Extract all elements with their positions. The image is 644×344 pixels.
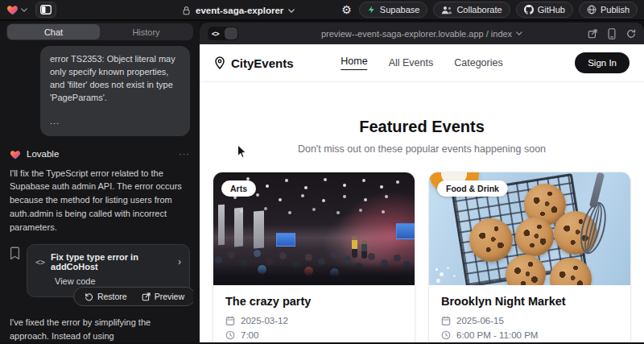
banner-decor bbox=[218, 205, 225, 246]
whisk-handle-decor bbox=[589, 172, 605, 208]
preview-toolbar: <> preview--event-saga-explorer.lovable.… bbox=[200, 23, 644, 44]
preview-button[interactable]: Preview bbox=[134, 290, 192, 303]
event-card[interactable]: Food & Drink bbox=[428, 172, 631, 342]
code-icon: <> bbox=[35, 258, 45, 267]
paragraph-text: I've fixed the error by simplifying the … bbox=[10, 317, 151, 341]
floor-shadow-decor bbox=[213, 263, 415, 285]
collaborate-label: Collaborate bbox=[456, 5, 502, 15]
collaborate-button[interactable]: Collaborate bbox=[433, 2, 510, 18]
category-badge: Arts bbox=[221, 180, 256, 197]
site-header: CityEvents Home All Events Categories Si… bbox=[200, 44, 644, 82]
clock-icon bbox=[441, 330, 451, 340]
calendar-icon bbox=[225, 316, 235, 325]
event-image-venue: Arts bbox=[213, 172, 415, 285]
banner-decor bbox=[234, 208, 243, 247]
code-edit-card[interactable]: <> Fix type type error in addCoHost › Vi… bbox=[27, 244, 190, 297]
preview-url-selector[interactable]: preview--event-saga-explorer.lovable.app… bbox=[321, 29, 522, 39]
lock-icon bbox=[182, 6, 191, 15]
open-external-icon[interactable] bbox=[588, 29, 597, 39]
github-label: GitHub bbox=[538, 5, 565, 15]
globe-icon bbox=[587, 5, 597, 15]
github-button[interactable]: GitHub bbox=[516, 2, 573, 18]
nav-all-events[interactable]: All Events bbox=[389, 57, 434, 68]
brand-name: CityEvents bbox=[231, 56, 294, 70]
user-message-bubble: error TS2353: Object literal may only sp… bbox=[40, 46, 190, 136]
top-bar: event-saga-explorer ⚙ Supabase Collabora… bbox=[0, 0, 644, 21]
assistant-paragraph: I'll fix the TypeScript error related to… bbox=[10, 167, 190, 234]
settings-gear-button[interactable]: ⚙ bbox=[340, 4, 353, 15]
calendar-icon bbox=[441, 316, 451, 325]
chat-sidebar: Chat History error TS2353: Object litera… bbox=[0, 21, 200, 342]
nav-categories[interactable]: Categories bbox=[454, 57, 502, 68]
tab-chat[interactable]: Chat bbox=[7, 24, 100, 39]
supabase-label: Supabase bbox=[380, 5, 420, 15]
refresh-icon[interactable] bbox=[626, 29, 636, 39]
sign-in-button[interactable]: Sign In bbox=[575, 52, 630, 73]
assistant-header: Lovable ··· bbox=[10, 149, 190, 160]
event-date: 2025-06-15 bbox=[456, 316, 504, 325]
view-code-link[interactable]: View code bbox=[55, 276, 181, 286]
site-preview: CityEvents Home All Events Categories Si… bbox=[200, 44, 644, 342]
chevron-down-icon bbox=[516, 31, 522, 35]
message-menu-icon[interactable]: ··· bbox=[179, 149, 190, 159]
screen-decor bbox=[396, 223, 415, 239]
site-brand[interactable]: CityEvents bbox=[214, 56, 294, 70]
banner-decor bbox=[254, 210, 264, 248]
publish-button[interactable]: Publish bbox=[579, 2, 638, 18]
code-icon: <> bbox=[208, 30, 219, 38]
event-title: The crazy party bbox=[225, 295, 402, 308]
powder-decor bbox=[436, 268, 438, 271]
event-card-body: The crazy party 2025-03-12 7:00 bbox=[213, 285, 415, 342]
event-date-row: 2025-06-15 bbox=[441, 316, 618, 325]
restore-icon bbox=[85, 292, 93, 301]
preview-toolbar-icons bbox=[588, 28, 636, 39]
section-heading: Featured Events bbox=[200, 118, 644, 136]
assistant-paragraph: I've fixed the error by simplifying the … bbox=[10, 316, 190, 342]
restore-label: Restore bbox=[97, 292, 127, 301]
github-icon bbox=[524, 5, 534, 15]
lovable-heart-icon bbox=[10, 149, 21, 160]
cookie-decor bbox=[515, 218, 554, 256]
external-link-icon bbox=[142, 292, 151, 301]
mobile-view-icon[interactable] bbox=[608, 28, 616, 39]
topbar-left bbox=[6, 2, 56, 18]
event-card-body: Brooklyn Night Market 2025-06-15 6:00 PM… bbox=[429, 285, 630, 342]
supabase-bolt-icon bbox=[367, 5, 376, 15]
event-card[interactable]: Arts bbox=[213, 172, 415, 342]
featured-events-section: Featured Events Don't miss out on these … bbox=[200, 82, 644, 342]
toggle-sidebar-button[interactable] bbox=[35, 2, 56, 18]
project-name: event-saga-explorer bbox=[196, 6, 283, 15]
screen-decor bbox=[276, 233, 295, 247]
audience-decor bbox=[213, 172, 214, 173]
event-time-row: 6:00 PM - 11:00 PM bbox=[441, 330, 618, 340]
chevron-down-icon bbox=[288, 9, 295, 13]
ceiling-lights-decor bbox=[213, 172, 215, 174]
restore-button[interactable]: Restore bbox=[77, 290, 134, 303]
speaker-decor bbox=[361, 240, 367, 259]
code-card-title-row: <> Fix type type error in addCoHost › bbox=[35, 252, 181, 271]
topbar-actions: ⚙ Supabase Collaborate GitHub Publish bbox=[340, 2, 638, 18]
lovable-heart-icon bbox=[6, 4, 19, 15]
message-actions: Restore Preview bbox=[73, 287, 193, 306]
user-message-text: error TS2353: Object literal may only sp… bbox=[50, 53, 180, 105]
clock-icon bbox=[225, 330, 235, 340]
project-switcher[interactable]: event-saga-explorer bbox=[182, 0, 295, 21]
bookmark-icon[interactable] bbox=[10, 247, 20, 260]
event-image-cookies: Food & Drink bbox=[429, 172, 630, 285]
main-body: Chat History error TS2353: Object litera… bbox=[0, 21, 644, 342]
tab-history[interactable]: History bbox=[100, 24, 192, 39]
code-view-toggle[interactable]: <> bbox=[208, 27, 238, 40]
supabase-button[interactable]: Supabase bbox=[359, 2, 428, 18]
nav-home[interactable]: Home bbox=[341, 56, 367, 70]
preview-label: Preview bbox=[155, 292, 184, 301]
chat-history-tabs: Chat History bbox=[6, 23, 193, 40]
speaker-decor bbox=[352, 236, 357, 258]
site-nav: Home All Events Categories bbox=[341, 56, 502, 70]
publish-label: Publish bbox=[601, 5, 630, 15]
event-date: 2025-03-12 bbox=[241, 316, 288, 325]
message-ellipsis: ... bbox=[50, 115, 180, 128]
code-change-row: <> Fix type type error in addCoHost › Vi… bbox=[10, 244, 190, 297]
event-time-row: 7:00 bbox=[225, 330, 402, 340]
lovable-logo-menu[interactable] bbox=[6, 4, 27, 15]
chat-scroll-area[interactable]: error TS2353: Object literal may only sp… bbox=[6, 40, 193, 342]
